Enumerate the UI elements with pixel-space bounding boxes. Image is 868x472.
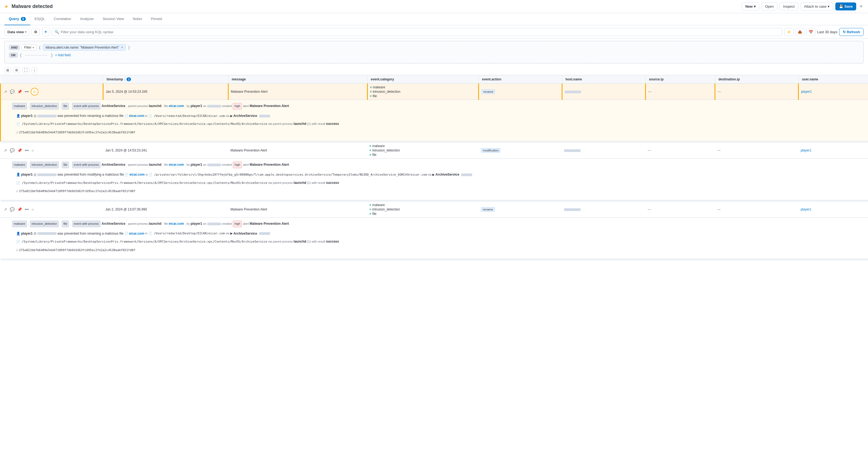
with-result-label: with result: [312, 180, 325, 186]
host-redacted: [37, 174, 57, 176]
row-spacer: [1, 259, 868, 260]
host-redacted: [37, 115, 57, 118]
tab-pinned[interactable]: Pinned: [147, 13, 166, 25]
alert-label: alert: [243, 221, 249, 227]
new-button[interactable]: New ▾: [742, 2, 759, 10]
chevron-down-icon: ▾: [828, 4, 830, 8]
detail-tags: malware, intrusion_detection, file, even…: [12, 101, 857, 111]
col-header-message[interactable]: message: [228, 75, 368, 84]
settings-button[interactable]: ⚙: [13, 67, 20, 73]
file-path: 📄 /Users/redacted/Desktop/EICAR/eicar.co…: [148, 231, 225, 236]
add-filter-button[interactable]: +: [42, 27, 50, 36]
tab-analyzer-label: Analyzer: [80, 17, 94, 21]
tab-esql[interactable]: ES|QL: [30, 13, 50, 25]
expand-icon[interactable]: ↗: [3, 89, 8, 94]
parent-pid: (1): [307, 239, 311, 245]
tab-notes[interactable]: Notes: [128, 13, 147, 25]
result-value: success: [326, 180, 339, 186]
tag: file: [62, 221, 69, 227]
tab-session-view-label: Session View: [103, 17, 124, 21]
save-button[interactable]: 💾 Save: [835, 2, 856, 10]
tab-analyzer[interactable]: Analyzer: [75, 13, 98, 25]
inspect-button[interactable]: Inspect: [780, 2, 798, 10]
via-process: ArchiveService: [233, 113, 257, 119]
filter-close-icon[interactable]: ×: [121, 45, 123, 50]
alert-name: Malware Prevention Alert: [250, 221, 289, 227]
created-label: created: [222, 221, 232, 227]
col-header-user-name[interactable]: user.name: [799, 75, 868, 84]
filter-pill[interactable]: kibana.alert.rule.name: "Malware Prevent…: [43, 44, 125, 51]
cell-timestamp: Jan 5, 2024 @ 14:53:23.341: [103, 143, 228, 159]
full-path: 📄 /System/Library/PrivateFrameworks/Desk…: [16, 239, 267, 245]
process-redacted: [259, 232, 270, 235]
col-header-event-category[interactable]: event.category: [367, 75, 478, 84]
on-label: on: [203, 162, 206, 168]
col-header-timestamp[interactable]: timestamp ↓ 1: [103, 75, 228, 84]
open-label: Open: [765, 4, 774, 8]
tab-session-view[interactable]: Session View: [98, 13, 128, 25]
query-area: AND Filter ▾ ( kibana.alert.rule.name: "…: [4, 41, 864, 63]
more-icon[interactable]: •••: [24, 207, 30, 212]
cell-destination-ip: —: [715, 201, 799, 217]
close-button[interactable]: ×: [858, 2, 864, 10]
expand-icon[interactable]: ↗: [3, 148, 8, 153]
col-header-event-action[interactable]: event.action: [478, 75, 562, 84]
search-bar[interactable]: 🔍: [52, 28, 782, 36]
cell-timestamp: Jan 2, 2024 @ 13:07:36.990: [103, 201, 228, 217]
cell-host-name: [562, 84, 645, 100]
circle-icon[interactable]: ○: [31, 207, 35, 212]
tag: intrusion_detection: [30, 162, 59, 168]
cell-timestamp: Jan 5, 2024 @ 14:53:23.345: [103, 84, 228, 100]
expand-icon[interactable]: ↗: [3, 207, 8, 212]
expand-all-button[interactable]: ⊞: [4, 67, 11, 73]
close-paren: ): [128, 45, 130, 50]
row-actions: ↗ 💬 📌 ••• ○: [3, 148, 101, 153]
hash-value: 275a021bbfb6489e54d471899f7db9d1663fc695…: [19, 189, 135, 194]
toolbar: Data view ▾ ⚙ + 🔍 ⚡ 📤 📅 Last 30 days ↻ R…: [0, 25, 868, 39]
data-view-button[interactable]: Data view ▾: [4, 28, 29, 36]
alert-name: Malware Prevention Alert: [250, 103, 289, 109]
file-name: eicar.com: [169, 103, 184, 109]
host-redacted: [37, 232, 57, 235]
columns-button[interactable]: ⚡: [784, 28, 794, 36]
col-header-host-name[interactable]: host.name: [562, 75, 645, 84]
cell-message: Malware Prevention Alert: [228, 201, 368, 217]
filter-dropdown-button[interactable]: Filter ▾: [22, 44, 36, 51]
toolbar-right: ⚡ 📤 📅 Last 30 days ↻ Refresh: [784, 28, 864, 36]
attach-to-case-button[interactable]: Attach to case ▾: [801, 2, 833, 10]
col-header-source-ip[interactable]: source.ip: [645, 75, 715, 84]
refresh-button[interactable]: ↻ Refresh: [839, 28, 864, 36]
selected-circle-icon[interactable]: ⊙: [31, 88, 38, 95]
or-label: OR: [9, 53, 18, 58]
pin-icon[interactable]: 📌: [17, 89, 23, 94]
sort-button[interactable]: ↕: [32, 67, 37, 73]
file-name: eicar.com: [169, 162, 184, 168]
tab-correlation[interactable]: Correlation: [50, 13, 76, 25]
severity-tag: high: [233, 103, 242, 109]
share-button[interactable]: 📤: [795, 28, 805, 36]
more-icon[interactable]: •••: [24, 148, 30, 153]
cell-event-category: malwareintrusion_detectionfile: [367, 201, 478, 217]
user-icon: 👤: [16, 231, 20, 237]
comment-icon[interactable]: 💬: [9, 207, 16, 212]
header: ★ Malware detected New ▾ Open Inspect At…: [0, 0, 868, 13]
pin-icon[interactable]: 📌: [17, 207, 23, 212]
comment-icon[interactable]: 💬: [9, 89, 16, 94]
calendar-button[interactable]: 📅: [806, 28, 815, 36]
col-header-destination-ip[interactable]: destination.ip: [715, 75, 799, 84]
inspect-label: Inspect: [783, 4, 795, 8]
comment-icon[interactable]: 💬: [9, 148, 16, 153]
more-icon[interactable]: •••: [24, 89, 30, 94]
open-button[interactable]: Open: [762, 2, 777, 10]
circle-icon[interactable]: ○: [31, 148, 35, 153]
cell-event-category: malwareintrusion_detectionfile: [367, 143, 478, 159]
filter-options-button[interactable]: ⚙: [32, 28, 40, 36]
table-row: ↗ 💬 📌 ••• ⊙ Jan 5, 2024 @ 14:53:23.345 M…: [1, 84, 868, 100]
tab-query[interactable]: Query 6: [4, 13, 30, 25]
fullscreen-button[interactable]: ⛶: [22, 67, 29, 73]
pin-icon[interactable]: 📌: [17, 148, 23, 153]
detail-hash-row: # 275a021bbfb6489e54d471899f7db9d1663fc6…: [12, 128, 857, 137]
search-input[interactable]: [61, 30, 779, 34]
add-field-button[interactable]: + Add field: [55, 53, 70, 57]
hostname-redacted: [207, 223, 221, 225]
